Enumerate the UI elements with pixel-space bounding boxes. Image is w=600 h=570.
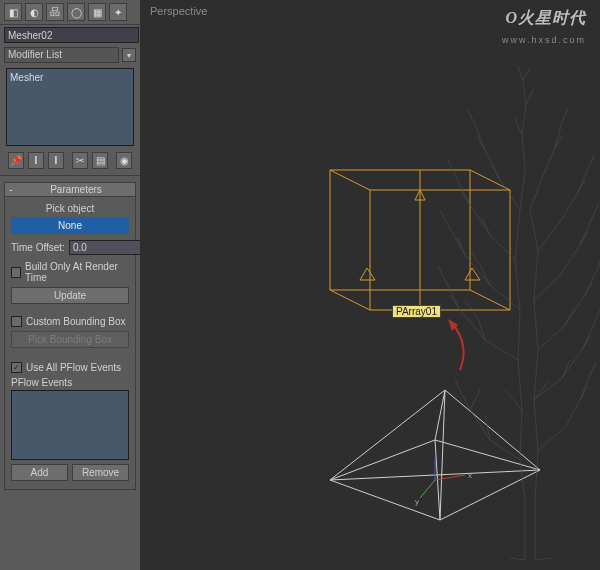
svg-line-5 — [330, 290, 370, 310]
motion-tab-icon[interactable]: ◯ — [67, 3, 85, 21]
create-tab-icon[interactable]: ◧ — [4, 3, 22, 21]
modifier-list-dropdown[interactable]: Modifier List — [4, 47, 119, 63]
watermark: O火星时代 www.hxsd.com — [502, 8, 586, 47]
rollout-title: Parameters — [17, 184, 135, 195]
build-only-render-checkbox[interactable]: Build Only At Render Time — [11, 261, 129, 283]
checkbox-icon — [11, 316, 22, 327]
pflow-events-label: PFlow Events — [11, 377, 129, 388]
remove-button[interactable]: Remove — [72, 464, 129, 481]
display-tab-icon[interactable]: ▦ — [88, 3, 106, 21]
minus-icon: - — [5, 184, 17, 195]
chevron-down-icon[interactable]: ▾ — [122, 48, 136, 62]
use-pflow-checkbox[interactable]: ✓ Use All PFlow Events — [11, 362, 129, 373]
hierarchy-tab-icon[interactable]: 品 — [46, 3, 64, 21]
svg-line-12 — [330, 390, 445, 480]
pin-stack-icon[interactable]: 📌 — [8, 152, 24, 169]
remove-modifier-icon[interactable]: ✂ — [72, 152, 88, 169]
stack-item[interactable]: Mesher — [10, 72, 130, 83]
time-offset-label: Time Offset: — [11, 242, 65, 253]
utilities-tab-icon[interactable]: ✦ — [109, 3, 127, 21]
object-name-input[interactable] — [4, 27, 139, 43]
update-button[interactable]: Update — [11, 287, 129, 304]
configure-icon[interactable]: ◉ — [116, 152, 132, 169]
svg-marker-8 — [360, 268, 375, 280]
make-unique-icon[interactable]: I — [48, 152, 64, 169]
pick-bbox-button: Pick Bounding Box — [11, 331, 129, 348]
build-only-render-label: Build Only At Render Time — [25, 261, 129, 283]
pick-object-button[interactable]: None — [11, 217, 129, 234]
use-pflow-label: Use All PFlow Events — [26, 362, 121, 373]
checkbox-checked-icon: ✓ — [11, 362, 22, 373]
pflow-events-list[interactable] — [11, 390, 129, 460]
tree-wireframe — [430, 60, 600, 570]
viewport-label: Perspective — [150, 5, 207, 17]
svg-line-2 — [330, 170, 370, 190]
configure-sets-icon[interactable]: ▤ — [92, 152, 108, 169]
parameters-rollout-header[interactable]: - Parameters — [4, 182, 136, 197]
show-end-result-icon[interactable]: I — [28, 152, 44, 169]
add-button[interactable]: Add — [11, 464, 68, 481]
checkbox-icon — [11, 267, 21, 278]
viewport[interactable]: Perspective O火星时代 www.hxsd.com PArray01 — [140, 0, 600, 570]
pick-object-label: Pick object — [11, 203, 129, 214]
command-panel-tabs[interactable]: ◧ ◐ 品 ◯ ▦ ✦ — [0, 0, 140, 25]
modify-tab-icon[interactable]: ◐ — [25, 3, 43, 21]
svg-text:y: y — [415, 497, 419, 506]
custom-bbox-label: Custom Bounding Box — [26, 316, 126, 327]
modifier-stack-list[interactable]: Mesher — [6, 68, 134, 146]
custom-bbox-checkbox[interactable]: Custom Bounding Box — [11, 316, 129, 327]
